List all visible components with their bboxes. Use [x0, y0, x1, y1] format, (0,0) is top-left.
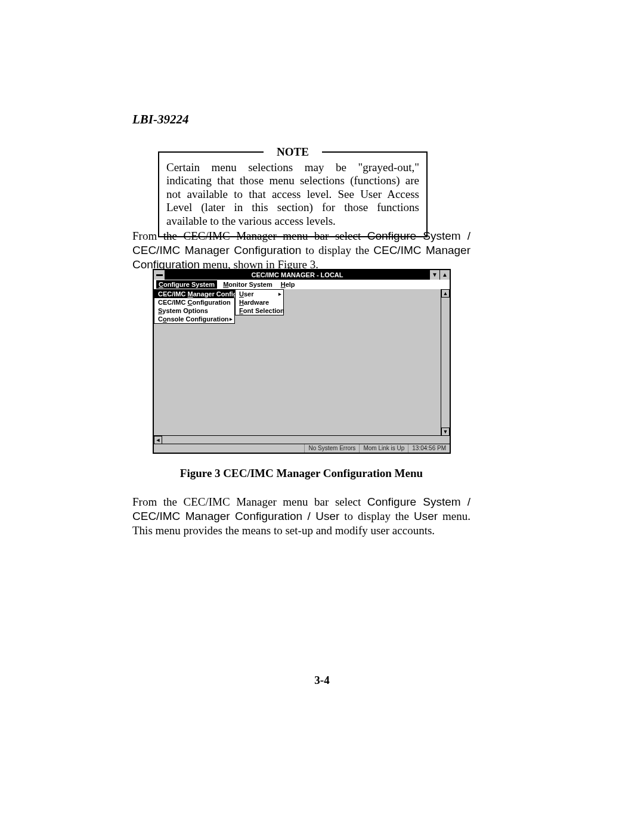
status-bar: No System Errors Mom Link is Up 13:04:56… [154, 444, 450, 453]
menu-label-post: onfigure System [163, 281, 215, 288]
menu-label-ul: H [281, 281, 286, 288]
chevron-up-icon: ▲ [443, 290, 448, 296]
para2-seg-a: From the CEC/IMC Manager menu bar select [132, 496, 367, 508]
ditem-post: ser [244, 290, 254, 298]
ditem-pre: C [158, 315, 163, 323]
note-label: NOTE [264, 145, 322, 158]
menubar: Configure System Monitor System Help [154, 280, 450, 290]
dropdown-configure-system: CEC/IMC Manager Configuration CEC/IMC Co… [154, 289, 235, 324]
para1-seg-c: to display the [301, 244, 373, 256]
note-label-wrap: NOTE [159, 145, 426, 159]
page-number: 3-4 [0, 674, 644, 687]
system-menu-button[interactable] [154, 270, 165, 280]
ditem-pre: CEC/IMC [158, 299, 188, 306]
ditem-ul: U [239, 290, 244, 298]
system-menu-icon [156, 274, 163, 276]
para1-seg-a: From the CEC/IMC Manager menu bar select [132, 230, 367, 242]
status-time: 13:04:56 PM [408, 444, 450, 453]
status-link: Mom Link is Up [359, 444, 408, 453]
chevron-left-icon: ◄ [156, 437, 161, 443]
maximize-icon: ▲ [442, 272, 448, 278]
scroll-up-button[interactable]: ▲ [441, 289, 450, 298]
document-page: LBI-39224 NOTE Certain menu selections m… [0, 0, 644, 833]
menu-monitor-system[interactable]: Monitor System [221, 280, 275, 289]
para2-seg-c: to display the [339, 510, 414, 522]
dropdown-item-cecimc-manager-configuration[interactable]: CEC/IMC Manager Configuration [154, 290, 234, 298]
figure-caption: Figure 3 CEC/IMC Manager Configuration M… [132, 467, 470, 480]
app-title: CEC/IMC MANAGER - LOCAL [165, 270, 429, 280]
window-buttons: ▼ ▲ [429, 270, 450, 280]
horizontal-scrollbar[interactable]: ◄ [154, 435, 450, 444]
note-body-text: Certain menu selections may be "grayed-o… [166, 161, 419, 228]
ditem-post: onfiguration [192, 299, 230, 306]
scroll-left-button[interactable]: ◄ [154, 436, 162, 444]
ditem-post: ardware [244, 299, 269, 306]
dropdown-item-hardware[interactable]: Hardware [236, 298, 283, 306]
menu-help[interactable]: Help [278, 280, 298, 289]
menu-label-ul: M [223, 281, 228, 288]
para2-seg-d: User [414, 510, 438, 522]
app-window: CEC/IMC MANAGER - LOCAL ▼ ▲ Configure Sy… [153, 269, 451, 454]
dropdown-item-cecimc-configuration[interactable]: CEC/IMC Configuration [154, 298, 234, 306]
ditem-ul: F [239, 307, 243, 314]
dropdown-item-console-configuration[interactable]: Console Configuration ▸ [154, 315, 234, 323]
note-box: NOTE Certain menu selections may be "gra… [158, 151, 428, 237]
vertical-scrollbar[interactable]: ▲ ▼ [441, 289, 450, 436]
chevron-down-icon: ▼ [443, 429, 448, 435]
ditem-ul: M [188, 290, 193, 298]
scroll-down-button[interactable]: ▼ [441, 428, 450, 436]
submenu-arrow-icon: ▸ [278, 291, 281, 297]
submenu-arrow-icon: ▸ [230, 316, 233, 322]
ditem-pre: CEC/IMC [158, 290, 188, 298]
menu-label-post: onitor System [228, 281, 272, 288]
app-titlebar: CEC/IMC MANAGER - LOCAL ▼ ▲ [154, 270, 450, 280]
maximize-button[interactable]: ▲ [439, 270, 450, 280]
menu-configure-system[interactable]: Configure System [156, 280, 217, 289]
body-paragraph-2: From the CEC/IMC Manager menu bar select… [132, 495, 470, 537]
status-errors: No System Errors [304, 444, 359, 453]
dropdown-manager-configuration-submenu: User ▸ Hardware Font Selection [235, 289, 284, 315]
document-header-id: LBI-39224 [132, 112, 189, 127]
ditem-post: ont Selection [243, 307, 284, 314]
body-paragraph-1: From the CEC/IMC Manager menu bar select… [132, 229, 470, 271]
ditem-post: nsole Configuration [167, 315, 229, 323]
menu-label-ul: C [159, 281, 163, 288]
ditem-ul: H [239, 299, 244, 306]
dropdown-item-font-selection[interactable]: Font Selection [236, 306, 283, 315]
dropdown-item-user[interactable]: User ▸ [236, 290, 283, 298]
minimize-button[interactable]: ▼ [429, 270, 439, 280]
menu-label-post: elp [286, 281, 295, 288]
minimize-icon: ▼ [432, 272, 438, 278]
ditem-ul: o [163, 315, 167, 323]
app-workarea: CEC/IMC Manager Configuration CEC/IMC Co… [154, 289, 450, 436]
ditem-post: ystem Options [162, 307, 208, 314]
dropdown-item-system-options[interactable]: System Options [154, 306, 234, 315]
